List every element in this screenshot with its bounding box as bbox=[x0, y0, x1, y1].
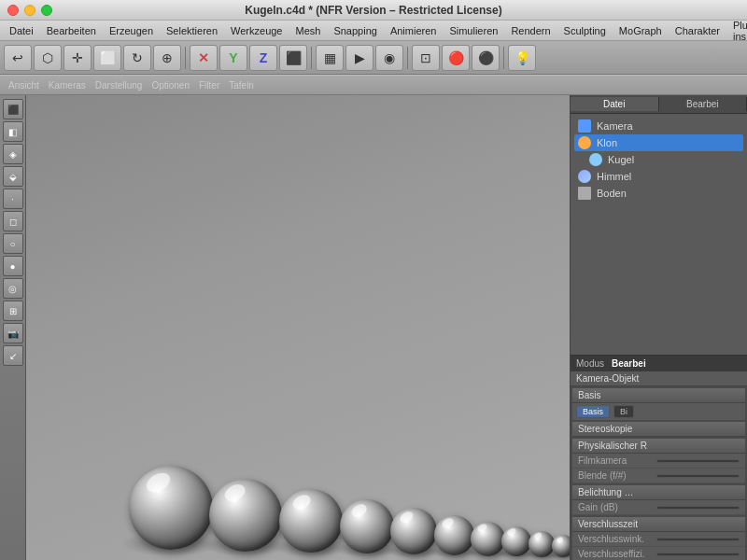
menu-item-mesh[interactable]: Mesh bbox=[289, 23, 326, 38]
left-toolbar: ⬛ ◧ ◈ ⬙ · ◻ ○ ● ◎ ⊞ 📷 ↙ bbox=[0, 95, 26, 560]
sphere-3 bbox=[340, 499, 394, 553]
prop-physik-title: Physikalischer R bbox=[572, 439, 745, 454]
menu-item-datei[interactable]: Datei bbox=[4, 23, 39, 38]
menu-item-snapping[interactable]: Snapping bbox=[328, 23, 383, 38]
menubar: DateiBearbeitenErzeugenSelektierenWerkze… bbox=[0, 21, 747, 41]
lt-obj1[interactable]: ○ bbox=[3, 233, 23, 254]
tool-z[interactable]: Z bbox=[249, 45, 277, 71]
minimize-button[interactable] bbox=[24, 5, 35, 16]
menu-item-werkzeuge[interactable]: Werkzeuge bbox=[225, 23, 288, 38]
tool-y[interactable]: Y bbox=[219, 45, 247, 71]
titlebar: Kugeln.c4d * (NFR Version – Restricted L… bbox=[0, 0, 747, 21]
toolbar-separator-4 bbox=[503, 47, 504, 69]
traffic-lights bbox=[7, 5, 52, 16]
lt-obj4[interactable]: ⊞ bbox=[3, 301, 23, 321]
viewport[interactable] bbox=[26, 95, 570, 560]
prop-verschlusse-label: Verschlusseffizi. bbox=[578, 549, 653, 559]
tool-snap[interactable]: ⊡ bbox=[412, 45, 440, 71]
toolbar-separator-2 bbox=[311, 47, 312, 69]
lt-camera[interactable]: 📷 bbox=[3, 323, 23, 343]
props-modus[interactable]: Modus bbox=[576, 358, 604, 369]
right-panel-header: Datei Bearbei bbox=[571, 95, 747, 114]
sphere-0 bbox=[129, 466, 213, 550]
lt-cube[interactable]: ⬛ bbox=[3, 99, 23, 119]
tool-x[interactable]: ✕ bbox=[190, 45, 218, 71]
sphere-icon bbox=[589, 153, 602, 166]
tool-move[interactable]: ✛ bbox=[63, 45, 92, 71]
prop-verschlusse: Verschlusseffizi. bbox=[572, 547, 745, 560]
menu-item-plugins[interactable]: Plug-ins bbox=[727, 18, 747, 44]
prop-section-verschluss: Verschlusszeit Verschlusswink. Verschlus… bbox=[572, 517, 745, 560]
props-tab-basis[interactable]: Basis bbox=[576, 405, 610, 418]
menu-item-rendern[interactable]: Rendern bbox=[505, 23, 556, 38]
menu-item-sculpting[interactable]: Sculpting bbox=[558, 23, 612, 38]
menu-item-simulieren[interactable]: Simulieren bbox=[444, 23, 503, 38]
sphere-2 bbox=[279, 489, 343, 553]
obj-boden[interactable]: Boden bbox=[574, 185, 743, 202]
tool-scale[interactable]: ⬜ bbox=[93, 45, 121, 71]
obj-kamera[interactable]: Kamera bbox=[574, 118, 743, 134]
lt-point[interactable]: · bbox=[3, 189, 23, 209]
props-tab-bi[interactable]: Bi bbox=[613, 405, 634, 418]
main-toolbar: ↩ ⬡ ✛ ⬜ ↻ ⊕ ✕ Y Z ⬛ ▦ ▶ ◉ ⊡ 🔴 ⚫ 💡 bbox=[0, 41, 747, 75]
prop-verschlusse-value[interactable] bbox=[656, 553, 740, 556]
tool-snap-on[interactable]: 🔴 bbox=[442, 45, 470, 71]
viewport-tab-kameras[interactable]: Kameras bbox=[46, 79, 89, 91]
right-panel-tab-bearbeiten[interactable]: Bearbei bbox=[659, 97, 748, 111]
viewport-tab-optionen[interactable]: Optionen bbox=[148, 79, 192, 91]
scene-object-list: Kamera Klon Kugel Himmel Boden bbox=[571, 114, 747, 355]
prop-gain: Gain (dB) bbox=[572, 500, 745, 515]
menu-item-animieren[interactable]: Animieren bbox=[385, 23, 443, 38]
tool-select-obj[interactable]: ⬡ bbox=[34, 45, 62, 71]
sphere-5 bbox=[434, 515, 474, 555]
lt-obj2[interactable]: ● bbox=[3, 256, 23, 276]
viewport-tab-tafeln[interactable]: Tafeln bbox=[226, 79, 257, 91]
obj-klon-label: Klon bbox=[597, 137, 617, 148]
menu-item-erzeugen[interactable]: Erzeugen bbox=[104, 23, 159, 38]
prop-section-stereoskopie: Stereoskopie bbox=[572, 422, 745, 437]
lt-arrow[interactable]: ↙ bbox=[3, 345, 23, 366]
viewport-tab-filter[interactable]: Filter bbox=[196, 79, 222, 91]
viewport-tab-darstellung[interactable]: Darstellung bbox=[92, 79, 146, 91]
props-bearbeiten[interactable]: Bearbei bbox=[612, 358, 646, 369]
lt-surface[interactable]: ◧ bbox=[3, 121, 23, 142]
menu-item-bearbeiten[interactable]: Bearbeiten bbox=[41, 23, 102, 38]
prop-filmkamera-value[interactable] bbox=[656, 459, 740, 463]
tool-all-axes[interactable]: ⬛ bbox=[279, 45, 307, 71]
tool-undo[interactable]: ↩ bbox=[4, 45, 32, 71]
viewport-tab-ansicht[interactable]: Ansicht bbox=[6, 79, 42, 91]
prop-blende: Blende (f/#) bbox=[572, 469, 745, 483]
close-button[interactable] bbox=[7, 5, 19, 16]
prop-blende-value[interactable] bbox=[656, 474, 740, 478]
right-panel-tab-datei[interactable]: Datei bbox=[571, 97, 659, 111]
tool-rotate[interactable]: ↻ bbox=[123, 45, 151, 71]
menu-item-mograph[interactable]: MoGraph bbox=[613, 23, 668, 38]
sphere-1 bbox=[209, 479, 282, 552]
menu-item-selektieren[interactable]: Selektieren bbox=[161, 23, 223, 38]
prop-verschlussw-value[interactable] bbox=[656, 538, 740, 541]
tool-render[interactable]: ◉ bbox=[375, 45, 403, 71]
properties-header: Modus Bearbei bbox=[571, 356, 747, 371]
lt-obj3[interactable]: ◎ bbox=[3, 278, 23, 299]
prop-stereoskopie-title: Stereoskopie bbox=[572, 422, 745, 437]
obj-klon[interactable]: Klon bbox=[574, 134, 743, 151]
prop-belichtung-title: Belichtung … bbox=[572, 485, 745, 500]
tool-render-region[interactable]: ▦ bbox=[316, 45, 344, 71]
menu-item-charakter[interactable]: Charakter bbox=[669, 23, 726, 38]
maximize-button[interactable] bbox=[41, 5, 52, 16]
prop-verschlussw: Verschlusswink. bbox=[572, 532, 745, 547]
obj-kugel[interactable]: Kugel bbox=[574, 151, 743, 168]
obj-himmel[interactable]: Himmel bbox=[574, 168, 743, 185]
camera-icon bbox=[578, 119, 591, 133]
tool-light[interactable]: 💡 bbox=[508, 45, 536, 71]
prop-filmkamera: Filmkamera bbox=[572, 454, 745, 469]
lt-paint[interactable]: ◻ bbox=[3, 211, 23, 231]
tool-render-view[interactable]: ▶ bbox=[345, 45, 374, 71]
tool-add[interactable]: ⊕ bbox=[153, 45, 181, 71]
floor-icon bbox=[578, 187, 591, 200]
lt-edge[interactable]: ⬙ bbox=[3, 166, 23, 187]
props-tab-row: Basis Bi bbox=[572, 403, 745, 420]
prop-gain-value[interactable] bbox=[656, 506, 740, 510]
lt-polygon[interactable]: ◈ bbox=[3, 144, 23, 164]
tool-snap-off[interactable]: ⚫ bbox=[472, 45, 500, 71]
